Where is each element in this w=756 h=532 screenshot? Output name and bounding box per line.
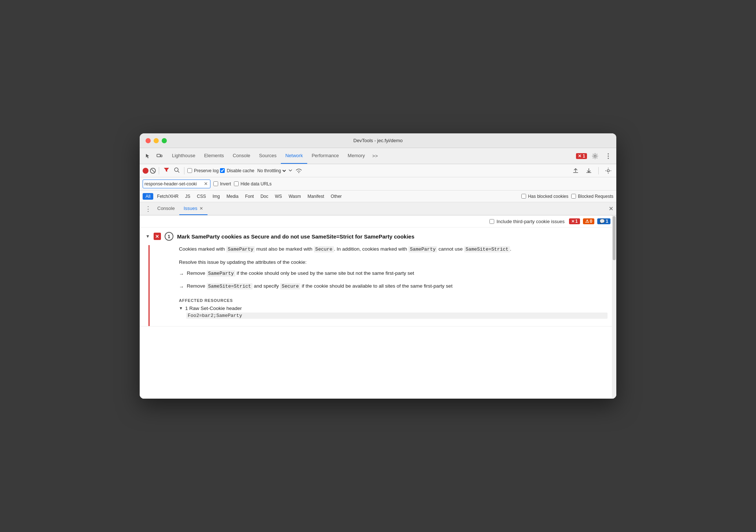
affected-resources-section: AFFECTED RESOURCES ▼ 1 Raw Set-Cookie he…: [179, 298, 608, 319]
tab-performance[interactable]: Performance: [307, 148, 343, 164]
scrollbar-thumb[interactable]: [613, 216, 616, 260]
filter-input[interactable]: [144, 181, 203, 186]
title-bar: DevTools - jec.fyi/demo: [140, 133, 616, 148]
tab-lighthouse[interactable]: Lighthouse: [168, 148, 200, 164]
wifi-icon[interactable]: [294, 166, 304, 176]
invert-checkbox-label[interactable]: Invert: [213, 181, 231, 186]
traffic-lights: [146, 138, 167, 143]
error-icon: ✕: [578, 154, 581, 159]
throttle-control: No throttling: [256, 168, 292, 174]
invert-checkbox[interactable]: [213, 181, 218, 186]
issue-resolve-text: Resolve this issue by updating the attri…: [179, 259, 608, 265]
svg-line-7: [178, 171, 179, 173]
cursor-icon[interactable]: [143, 151, 153, 161]
type-filter-row: All Fetch/XHR JS CSS Img Media Font Doc …: [140, 191, 616, 202]
upload-icon[interactable]: [570, 166, 581, 176]
type-filter-fetch-xhr[interactable]: Fetch/XHR: [154, 193, 181, 200]
toolbar-right-icons: [570, 166, 613, 176]
devtools-body: Lighthouse Elements Console Sources Netw…: [140, 148, 616, 399]
issue-bullet-2: → Remove SameSite=Strict and specify Sec…: [179, 282, 608, 291]
type-filter-other[interactable]: Other: [328, 193, 345, 200]
divider-1: [159, 167, 159, 174]
disable-cache-checkbox[interactable]: [220, 168, 225, 173]
resource-label: 1 Raw Set-Cookie header: [185, 306, 242, 311]
blocked-requests-label[interactable]: Blocked Requests: [571, 194, 613, 199]
svg-point-4: [608, 155, 609, 156]
search-icon[interactable]: [172, 166, 181, 175]
issue-expand-chevron-icon[interactable]: ▼: [146, 234, 150, 239]
error-count-badge: ✕ 1: [569, 218, 580, 224]
top-tab-bar: Lighthouse Elements Console Sources Netw…: [140, 148, 616, 164]
maximize-button[interactable]: [162, 138, 167, 143]
filter-clear-button[interactable]: ✕: [203, 181, 209, 186]
tab-elements[interactable]: Elements: [200, 148, 228, 164]
has-blocked-cookies-label[interactable]: Has blocked cookies: [521, 194, 568, 199]
close-button[interactable]: [146, 138, 151, 143]
affected-resources-title: AFFECTED RESOURCES: [179, 298, 608, 303]
issue-description: Cookies marked with SameParty must also …: [179, 245, 608, 254]
filter-icon[interactable]: [162, 167, 171, 175]
hide-data-urls-checkbox[interactable]: [234, 181, 239, 186]
scrollbar[interactable]: [612, 215, 616, 399]
divider-3: [598, 167, 599, 174]
error-badge[interactable]: ✕ 1: [576, 153, 587, 159]
disable-cache-checkbox-label[interactable]: Disable cache: [220, 168, 254, 173]
type-filter-css[interactable]: CSS: [194, 193, 209, 200]
clear-button[interactable]: [150, 168, 156, 174]
resource-chevron-icon[interactable]: ▼: [179, 306, 183, 310]
device-toggle-icon[interactable]: [154, 151, 165, 161]
preserve-log-checkbox[interactable]: [187, 168, 192, 173]
throttle-dropdown-icon: [289, 169, 292, 172]
download-icon[interactable]: [584, 166, 594, 176]
issue-item: ▼ ✕ 1 Mark SameParty cookies as Secure a…: [140, 228, 616, 326]
tab-memory[interactable]: Memory: [343, 148, 369, 164]
third-party-cookie-label[interactable]: Include third-party cookie issues: [489, 219, 565, 224]
bottom-tab-console[interactable]: Console: [153, 202, 179, 215]
type-filter-js[interactable]: JS: [182, 193, 193, 200]
warning-count-badge: ⚠ 0: [583, 218, 595, 224]
throttle-select[interactable]: No throttling: [256, 168, 287, 174]
svg-point-5: [608, 158, 609, 159]
type-filter-img[interactable]: Img: [210, 193, 223, 200]
bottom-panel-tabs: ⋮ Console Issues ✕ ✕: [140, 202, 616, 215]
preserve-log-checkbox-label[interactable]: Preserve log: [187, 168, 219, 173]
type-filter-doc[interactable]: Doc: [257, 193, 271, 200]
svg-rect-0: [157, 154, 160, 157]
type-filter-all[interactable]: All: [143, 193, 153, 200]
type-filter-manifest[interactable]: Manifest: [305, 193, 327, 200]
issues-panel: Include third-party cookie issues ✕ 1 ⚠ …: [140, 215, 616, 399]
type-filter-wasm[interactable]: Wasm: [286, 193, 304, 200]
bottom-tab-more-icon[interactable]: ⋮: [143, 205, 153, 213]
type-filter-media[interactable]: Media: [224, 193, 242, 200]
more-tabs-button[interactable]: >>: [369, 148, 381, 164]
svg-point-3: [608, 153, 609, 154]
bottom-panel-close-icon[interactable]: ✕: [609, 205, 613, 212]
tab-console[interactable]: Console: [228, 148, 255, 164]
minimize-button[interactable]: [154, 138, 159, 143]
type-filter-ws[interactable]: WS: [272, 193, 285, 200]
issue-header[interactable]: ▼ ✕ 1 Mark SameParty cookies as Secure a…: [140, 228, 616, 245]
resource-row: ▼ 1 Raw Set-Cookie header: [179, 306, 608, 311]
settings-icon[interactable]: [590, 151, 600, 161]
info-badge-icon: 💬: [599, 219, 605, 224]
issues-tab-close-icon[interactable]: ✕: [199, 206, 203, 211]
has-blocked-cookies-checkbox[interactable]: [521, 194, 526, 199]
bottom-tab-issues[interactable]: Issues ✕: [179, 202, 208, 215]
more-options-icon[interactable]: [603, 151, 613, 161]
issue-body: Cookies marked with SameParty must also …: [148, 245, 616, 326]
issue-badges: ✕ 1 ⚠ 0 💬 1: [569, 218, 610, 224]
info-count-badge: 💬 1: [597, 218, 610, 224]
network-settings-icon[interactable]: [603, 166, 613, 176]
type-filter-font[interactable]: Font: [242, 193, 257, 200]
blocked-requests-checkbox[interactable]: [571, 194, 576, 199]
issues-top-bar: Include third-party cookie issues ✕ 1 ⚠ …: [140, 215, 616, 228]
bullet-2-arrow-icon: →: [179, 283, 184, 291]
third-party-cookie-checkbox[interactable]: [489, 219, 494, 224]
hide-data-urls-checkbox-label[interactable]: Hide data URLs: [234, 181, 272, 186]
devtools-controls: [143, 151, 165, 161]
tab-network[interactable]: Network: [281, 148, 307, 164]
window-title: DevTools - jec.fyi/demo: [353, 138, 403, 143]
record-button[interactable]: [143, 168, 148, 174]
issue-count-badge: 1: [165, 232, 173, 241]
tab-sources[interactable]: Sources: [255, 148, 281, 164]
